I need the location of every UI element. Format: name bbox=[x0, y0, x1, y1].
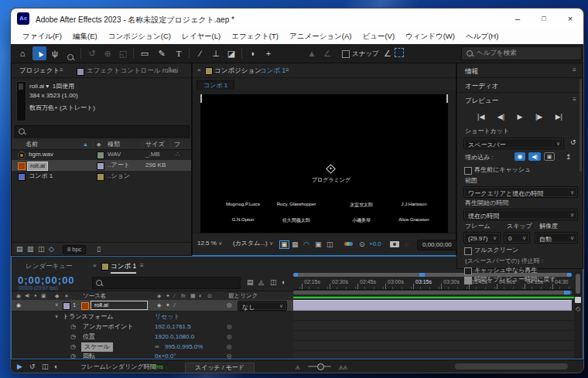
restore-time-checkbox[interactable] bbox=[464, 277, 472, 284]
table-row-selected[interactable]: roll.ai ..アート 296 KB bbox=[12, 160, 191, 171]
show-channel-icon[interactable] bbox=[344, 241, 354, 247]
menu-window[interactable]: ウィンドウ(W) bbox=[400, 29, 460, 44]
auto-orient-hand-icon[interactable]: ◇ bbox=[576, 306, 580, 312]
timeline-zoom-slider-knob[interactable] bbox=[317, 363, 324, 370]
comp-tab-close-icon[interactable]: × bbox=[197, 67, 201, 73]
layer-visibility-icon[interactable]: ◉ bbox=[16, 302, 21, 308]
group-expand-chevron-icon[interactable]: ∨ bbox=[55, 314, 58, 318]
layer-handle-right[interactable] bbox=[446, 94, 448, 103]
position-pickwhip-icon[interactable]: ◎ bbox=[227, 334, 232, 340]
transform-reset-link[interactable]: リセット bbox=[155, 314, 180, 320]
layer-expand-chevron-icon[interactable]: ∨ bbox=[55, 302, 58, 307]
transparency-grid-icon[interactable]: ▦ bbox=[292, 241, 299, 248]
home-tool-icon[interactable]: ⌂ bbox=[15, 46, 29, 60]
fullscreen-checkbox[interactable] bbox=[464, 247, 472, 255]
first-frame-button[interactable]: |◀ bbox=[477, 113, 484, 121]
comp-panel-menu-icon[interactable]: ≡ bbox=[285, 67, 289, 73]
layer-row[interactable]: ◉ ∨ 1 roll.ai ◈ ✦ ∕ ◎ なし ∨ bbox=[12, 300, 304, 312]
new-folder-icon[interactable]: ▥ bbox=[27, 246, 34, 253]
rotation-label[interactable]: 回転 bbox=[83, 353, 95, 359]
tab-composition-name[interactable]: コンポ 1 bbox=[260, 67, 285, 74]
current-timecode[interactable]: 0;00;00;00 bbox=[18, 275, 75, 285]
guides-icon[interactable]: ◫ bbox=[326, 241, 333, 248]
preview-resolution-dropdown[interactable]: 自動 ∨ bbox=[535, 232, 578, 243]
roto-brush-tool-icon[interactable]: ◗ bbox=[246, 46, 260, 60]
camera-orbit-tool-icon[interactable]: ⊕ bbox=[101, 46, 115, 60]
exposure-value[interactable]: +0.0 bbox=[369, 241, 381, 247]
frame-blend-toggle-icon[interactable]: ◫ bbox=[42, 363, 49, 370]
menu-edit[interactable]: 編集(E) bbox=[67, 29, 103, 44]
include-video-icon[interactable]: ◉ bbox=[514, 152, 525, 161]
mask-visibility-icon[interactable]: ◠ bbox=[303, 241, 309, 248]
menu-layer[interactable]: レイヤー(L) bbox=[176, 29, 226, 44]
project-flowchart-icon[interactable]: ◇ bbox=[49, 246, 54, 253]
timeline-panel-menu-icon[interactable]: ≡ bbox=[140, 263, 144, 269]
view-options-icon[interactable]: ▣ bbox=[279, 240, 289, 249]
next-frame-button[interactable]: |▶ bbox=[535, 113, 542, 121]
title-bar[interactable]: Ae Adobe After Effects 2023 - 名称未設定プロジェク… bbox=[11, 9, 583, 29]
project-tab-overflow-icon[interactable]: » bbox=[170, 67, 174, 74]
position-stopwatch-icon[interactable]: ◷ bbox=[70, 334, 76, 340]
export-icon[interactable]: ↥ bbox=[566, 154, 572, 161]
transform-group-row[interactable]: ∨ トランスフォーム リセット bbox=[12, 312, 293, 322]
eraser-tool-icon[interactable]: ◪ bbox=[224, 46, 238, 60]
clone-stamp-tool-icon[interactable]: ⊥ bbox=[209, 46, 223, 60]
scale-stopwatch-icon[interactable]: ◷ bbox=[70, 344, 76, 350]
close-button[interactable]: × bbox=[557, 9, 583, 29]
motion-blur-toggle-icon[interactable]: ◐ bbox=[54, 363, 58, 370]
anchor-stopwatch-icon[interactable]: ◷ bbox=[70, 324, 76, 330]
zoom-level-dropdown[interactable]: 12.5 % ∨ bbox=[197, 240, 222, 247]
position-label[interactable]: 位置 bbox=[83, 334, 95, 340]
viewer-timecode[interactable]: 0;00;00;00 bbox=[417, 240, 457, 250]
include-overlays-icon[interactable]: ▣ bbox=[544, 152, 555, 161]
region-of-interest-icon[interactable]: ▣ bbox=[315, 241, 322, 248]
rectangle-tool-icon[interactable]: ▭ bbox=[138, 46, 152, 60]
parent-link-column[interactable]: 親とリンク bbox=[228, 293, 258, 299]
zoom-tool-icon[interactable] bbox=[63, 46, 77, 60]
motion-blur-icon[interactable]: ◐ bbox=[282, 279, 285, 286]
menu-composition[interactable]: コンポジション(C) bbox=[103, 29, 176, 44]
menu-help[interactable]: ヘルプ(H) bbox=[460, 29, 504, 44]
menu-view[interactable]: ビュー(V) bbox=[357, 29, 400, 44]
tab-effect-controls[interactable]: エフェクトコントロール roll.ai bbox=[87, 67, 178, 74]
minimize-button[interactable]: – bbox=[504, 9, 531, 29]
anchor-point-label[interactable]: アンカーポイント bbox=[83, 324, 133, 330]
tracks-vertical-scrollbar[interactable] bbox=[576, 274, 580, 294]
tab-render-queue[interactable]: レンダーキュー bbox=[26, 263, 73, 270]
col-tag-icon[interactable]: ◆ bbox=[97, 141, 101, 147]
zoom-in-mountains-icon[interactable]: ◬◬ bbox=[339, 364, 347, 369]
table-row[interactable]: bgm.wav WAV _.MB ∴ bbox=[12, 149, 191, 160]
scale-pickwhip-icon[interactable]: ◎ bbox=[227, 344, 232, 350]
scale-label-selected[interactable]: スケール bbox=[81, 342, 113, 352]
play-start-dropdown[interactable]: 現在の時間 ∨ bbox=[463, 209, 578, 220]
show-snapshot-icon[interactable]: ◌ bbox=[405, 241, 409, 248]
composition-mini-flowchart-icon[interactable]: ▤ bbox=[247, 279, 254, 286]
right-panel-scrollbar[interactable] bbox=[579, 79, 582, 172]
layer-collapse-switch[interactable]: ◈ bbox=[157, 302, 161, 308]
cache-before-play-checkbox[interactable] bbox=[464, 167, 472, 175]
source-name-column[interactable]: ソース名 bbox=[83, 293, 106, 299]
property-row-position[interactable]: ◷ 位置 1920.0,1080.0 ◎ bbox=[12, 332, 293, 342]
snap-angle-icon[interactable]: ∠ bbox=[381, 46, 395, 60]
project-panel-menu-icon[interactable]: ≡ bbox=[60, 67, 63, 73]
navigator-end-handle[interactable] bbox=[567, 273, 572, 277]
hand-tool-icon[interactable]: ψ bbox=[48, 46, 62, 60]
tab-composition-label[interactable]: コンポジション bbox=[214, 67, 262, 74]
new-composition-icon[interactable]: ◫ bbox=[38, 246, 45, 253]
pen-tool-icon[interactable]: ✎ bbox=[155, 46, 169, 60]
work-area-end-handle[interactable] bbox=[564, 291, 570, 295]
play-button[interactable]: ▶ bbox=[518, 113, 523, 121]
draft-mode-icon[interactable]: ↺ bbox=[29, 363, 36, 370]
zoom-out-mountain-icon[interactable]: ◬ bbox=[296, 364, 299, 369]
anchor-point-icon[interactable] bbox=[326, 164, 336, 174]
snap-checkbox[interactable] bbox=[342, 50, 350, 58]
col-name[interactable]: 名前 bbox=[26, 141, 38, 148]
layer-pickwhip-icon[interactable]: ◎ bbox=[227, 302, 232, 308]
timeline-search-field[interactable] bbox=[92, 277, 241, 289]
timeline-zoom-slider-track[interactable] bbox=[308, 366, 331, 367]
frame-blending-icon[interactable]: ◫ bbox=[270, 279, 277, 286]
live-update-icon[interactable]: ▶ bbox=[17, 363, 22, 370]
layer-quality-switch[interactable]: ✦ bbox=[166, 302, 170, 308]
col-path[interactable]: フ bbox=[174, 141, 180, 148]
rotation-value[interactable]: 0x+0.0° bbox=[155, 353, 176, 359]
